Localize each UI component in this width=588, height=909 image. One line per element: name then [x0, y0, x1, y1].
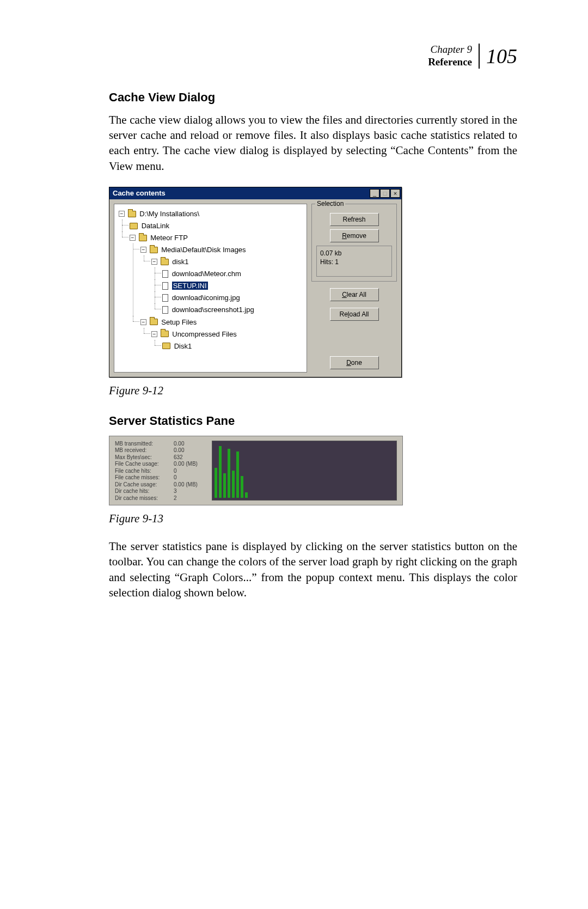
close-button[interactable]: ×: [390, 189, 400, 198]
expand-toggle[interactable]: −: [140, 319, 146, 325]
selection-legend: Selection: [315, 200, 345, 208]
figure-9-13-caption: Figure 9-13: [109, 512, 517, 526]
file-icon: [162, 306, 168, 314]
stats-row: Max Bytes\sec:632: [115, 454, 206, 461]
stats-row: MB transmitted:0.00: [115, 441, 206, 448]
cache-contents-dialog: Cache contents _ □ × − D:\My Installatio…: [109, 187, 402, 377]
cache-view-title: Cache View Dialog: [109, 90, 517, 105]
tree-file-setupini[interactable]: SETUP.INI: [172, 282, 208, 290]
folder-open-icon: [139, 235, 147, 241]
folder-open-icon: [150, 247, 158, 253]
chart-bar: [223, 473, 226, 498]
tree-file-meteorchm[interactable]: download\Meteor.chm: [172, 270, 241, 278]
chart-bar: [228, 449, 230, 498]
server-load-chart[interactable]: [212, 441, 397, 501]
selection-group: Selection Refresh Remove 0.07 kb Hits: 1: [311, 204, 397, 282]
figure-9-12-caption: Figure 9-12: [109, 384, 517, 398]
folder-open-icon: [161, 259, 169, 265]
section-label: Reference: [428, 56, 472, 69]
clear-all-button[interactable]: Clear All: [330, 288, 379, 301]
stats-row: Dir Cache usage:0.00 (MB): [115, 481, 206, 489]
cache-view-paragraph: The cache view dialog allows you to view…: [109, 112, 517, 174]
tree-item-meteorftp[interactable]: Meteor FTP: [150, 234, 188, 242]
titlebar[interactable]: Cache contents _ □ ×: [109, 187, 401, 199]
chart-bar: [232, 471, 235, 498]
info-hits: Hits: 1: [320, 258, 388, 267]
expand-toggle[interactable]: −: [130, 235, 136, 241]
tree-item-media[interactable]: Media\Default\Disk Images: [161, 246, 246, 254]
stats-row: MB received:0.00: [115, 447, 206, 454]
expand-toggle[interactable]: −: [140, 247, 146, 253]
page-number: 105: [480, 44, 517, 68]
folder-closed-icon: [162, 343, 170, 349]
folder-open-icon: [150, 319, 158, 325]
server-stats-title: Server Statistics Pane: [109, 414, 517, 428]
chart-bar: [215, 468, 217, 498]
chapter-label: Chapter 9: [428, 44, 472, 56]
server-stats-pane: MB transmitted:0.00 MB received:0.00 Max…: [109, 436, 403, 505]
stats-row: Dir cache hits:3: [115, 488, 206, 495]
titlebar-text: Cache contents: [113, 189, 166, 197]
tree-file-screenshot[interactable]: download\screenshot1.jpg: [172, 306, 254, 314]
stats-row: File Cache usage:0.00 (MB): [115, 461, 206, 468]
reload-all-button[interactable]: Reload All: [330, 308, 379, 321]
folder-open-icon: [128, 211, 136, 217]
file-icon: [162, 270, 168, 278]
page-header: Chapter 9 Reference 105: [109, 44, 517, 69]
tree-item-setupfiles[interactable]: Setup Files: [161, 318, 197, 326]
tree-file-iconimg[interactable]: download\iconimg.jpg: [172, 294, 240, 302]
selection-info: 0.07 kb Hits: 1: [316, 246, 392, 277]
file-icon: [162, 294, 168, 302]
tree-root[interactable]: D:\My Installations\: [139, 210, 199, 218]
stats-row: File cache hits:0: [115, 468, 206, 475]
tree-item-disk1[interactable]: disk1: [172, 258, 188, 266]
tree-item-disk1b[interactable]: Disk1: [174, 342, 192, 350]
expand-toggle[interactable]: −: [151, 331, 157, 337]
done-button[interactable]: Done: [330, 356, 379, 369]
chart-bar: [245, 492, 248, 498]
minimize-button[interactable]: _: [370, 189, 379, 198]
tree-item-datalink[interactable]: DataLink: [142, 222, 169, 230]
file-icon: [162, 282, 168, 290]
expand-toggle[interactable]: −: [119, 211, 125, 217]
chart-bar: [236, 452, 239, 498]
refresh-button[interactable]: Refresh: [330, 213, 379, 226]
server-stats-paragraph: The server statistics pane is displayed …: [109, 539, 517, 600]
chart-bar: [219, 446, 222, 498]
tree-item-uncompressed[interactable]: Uncompressed Files: [172, 330, 237, 338]
remove-button[interactable]: Remove: [330, 229, 379, 242]
expand-toggle[interactable]: −: [151, 259, 157, 265]
folder-open-icon: [161, 331, 169, 337]
chart-bar: [241, 476, 243, 498]
folder-closed-icon: [130, 223, 138, 229]
stats-table: MB transmitted:0.00 MB received:0.00 Max…: [109, 436, 212, 505]
info-size: 0.07 kb: [320, 249, 388, 258]
maximize-button: □: [380, 189, 390, 198]
tree-view[interactable]: − D:\My Installations\ DataLink − M: [114, 204, 307, 373]
stats-row: Dir cache misses:2: [115, 495, 206, 502]
stats-row: File cache misses:0: [115, 474, 206, 481]
